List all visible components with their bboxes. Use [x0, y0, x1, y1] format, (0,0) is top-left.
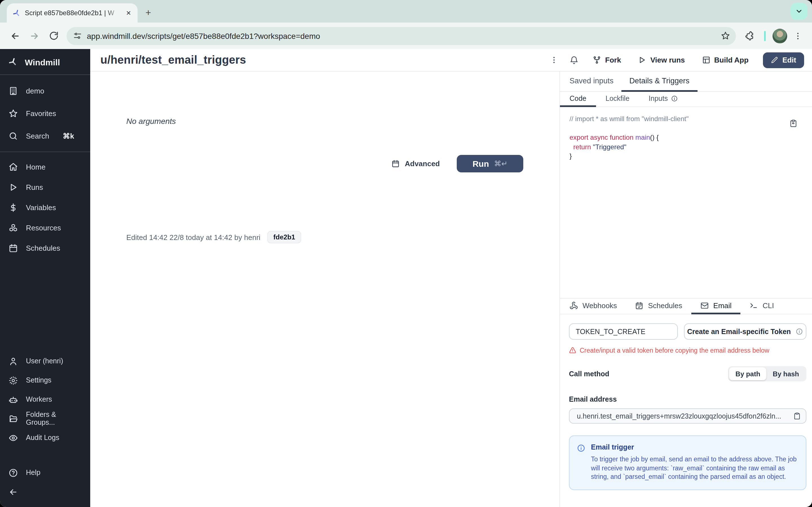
sidebar-item-label: Folders & Groups... [26, 411, 82, 427]
code-string: "Triggered" [593, 143, 626, 151]
extensions-button[interactable] [741, 27, 757, 44]
new-tab-button[interactable]: + [141, 6, 156, 20]
tab-email[interactable]: Email [691, 298, 741, 314]
run-shortcut: ⌘↵ [494, 159, 507, 168]
email-trigger-panel: Create an Email-specific Token Create/in… [560, 314, 812, 507]
by-hash-option[interactable]: By hash [767, 367, 805, 380]
token-input[interactable] [569, 323, 678, 340]
info-icon [671, 95, 678, 102]
screen: Script e857be88e0fde2b1 | W ✕ + app.wind… [0, 0, 812, 507]
back-button[interactable] [7, 27, 24, 44]
tab-webhooks[interactable]: Webhooks [560, 298, 626, 314]
email-address-field [569, 408, 806, 424]
tab-saved-inputs[interactable]: Saved inputs [562, 71, 621, 92]
by-path-option[interactable]: By path [729, 367, 767, 380]
sidebar-item-folders-groups[interactable]: Folders & Groups... [0, 409, 90, 428]
tab-webhooks-label: Webhooks [582, 301, 617, 310]
forward-button[interactable] [26, 27, 43, 44]
toolbar-divider [764, 31, 766, 41]
copy-code-button[interactable] [790, 119, 797, 127]
tab-schedules[interactable]: Schedules [626, 298, 691, 314]
profile-avatar[interactable] [772, 29, 787, 43]
robot-icon [8, 395, 18, 404]
browser-toolbar: app.windmill.dev/scripts/get/e857be88e0f… [0, 22, 812, 49]
code-viewer[interactable]: // import * as wmill from "windmill-clie… [560, 107, 812, 298]
info-circle-icon [577, 444, 585, 482]
build-app-button[interactable]: Build App [696, 52, 754, 68]
sidebar-item-label: Search [26, 131, 49, 140]
sidebar-group-footer: Help [0, 452, 90, 507]
cubes-icon [8, 223, 18, 232]
dollar-icon [8, 203, 18, 212]
sidebar-item-workspace[interactable]: demo [0, 79, 90, 102]
gear-icon [8, 376, 18, 385]
sidebar-collapse-button[interactable] [0, 482, 90, 501]
subtab-lockfile[interactable]: Lockfile [596, 92, 639, 107]
sidebar-item-user[interactable]: User (henri) [0, 351, 90, 371]
edit-button[interactable]: Edit [763, 52, 804, 68]
sidebar-item-variables[interactable]: Variables [0, 197, 90, 217]
sidebar-item-help[interactable]: Help [0, 463, 90, 482]
sidebar-group-admin: User (henri) Settings Workers [0, 347, 90, 452]
tab-cli[interactable]: CLI [741, 298, 783, 314]
tab-email-label: Email [713, 301, 732, 310]
script-hash-badge[interactable]: fde2b1 [267, 231, 301, 243]
copy-email-button[interactable] [794, 412, 801, 420]
pencil-icon [771, 56, 778, 64]
subtab-inputs[interactable]: Inputs [639, 92, 688, 107]
code-line: return "Triggered" [569, 142, 790, 152]
arrow-left-icon [10, 31, 20, 41]
kebab-menu-icon [794, 31, 802, 40]
reload-button[interactable] [45, 27, 62, 44]
star-icon [8, 108, 18, 118]
sidebar-item-schedules[interactable]: Schedules [0, 238, 90, 258]
page-header: u/henri/test_email_triggers Fork [90, 49, 812, 71]
info-content: Email trigger To trigger the job by emai… [591, 443, 798, 482]
reload-icon [49, 31, 58, 41]
sidebar-item-label: Settings [26, 376, 51, 384]
sidebar-item-runs[interactable]: Runs [0, 177, 90, 197]
info-body: To trigger the job by email, send an ema… [591, 455, 798, 482]
notifications-button[interactable] [567, 53, 581, 67]
url-text[interactable]: app.windmill.dev/scripts/get/e857be88e0f… [87, 31, 716, 40]
browser-menu-button[interactable] [790, 27, 806, 44]
call-method-label: Call method [569, 370, 609, 378]
token-warning-text: Create/input a valid token before copyin… [580, 347, 769, 353]
bookmark-star-icon[interactable] [721, 31, 730, 41]
edited-text: Edited 14:42 22/8 today at 14:42 by henr… [126, 233, 260, 241]
sidebar-item-resources[interactable]: Resources [0, 217, 90, 238]
chevron-down-icon [795, 7, 803, 15]
code-line: export async function main() { [569, 133, 790, 142]
create-email-token-button[interactable]: Create an Email-specific Token [684, 323, 806, 340]
webhook-icon [569, 301, 578, 310]
sidebar-item-search[interactable]: Search ⌘k [0, 124, 90, 147]
sidebar-item-audit-logs[interactable]: Audit Logs [0, 428, 90, 447]
calendar-icon [391, 159, 400, 168]
sidebar-brand[interactable]: Windmill [0, 50, 90, 74]
url-bar[interactable]: app.windmill.dev/scripts/get/e857be88e0f… [66, 27, 736, 45]
sidebar-item-label: Help [26, 469, 40, 476]
browser-tab[interactable]: Script e857be88e0fde2b1 | W ✕ [7, 3, 138, 22]
tab-close-icon[interactable]: ✕ [124, 8, 133, 17]
windmill-favicon [12, 9, 21, 17]
more-options-button[interactable] [546, 53, 561, 67]
user-icon [8, 356, 18, 366]
advanced-button[interactable]: Advanced [391, 159, 440, 168]
sidebar-spacer [0, 263, 90, 347]
sidebar-item-workers[interactable]: Workers [0, 390, 90, 409]
subtab-code[interactable]: Code [560, 92, 596, 107]
view-runs-button[interactable]: View runs [632, 52, 691, 68]
view-runs-label: View runs [651, 56, 685, 64]
sidebar-item-settings[interactable]: Settings [0, 371, 90, 390]
sidebar-item-home[interactable]: Home [0, 157, 90, 177]
bell-icon [569, 55, 578, 64]
sidebar-item-favorites[interactable]: Favorites [0, 102, 90, 124]
search-shortcut: ⌘k [63, 131, 74, 140]
tab-details-triggers[interactable]: Details & Triggers [621, 71, 697, 92]
fork-button[interactable]: Fork [587, 52, 626, 68]
run-button[interactable]: Run ⌘↵ [457, 155, 523, 172]
tab-search-chevron-button[interactable] [791, 3, 808, 20]
site-settings-icon[interactable] [73, 32, 82, 40]
code-function-name: main [635, 133, 650, 142]
email-address-input[interactable] [576, 411, 789, 420]
